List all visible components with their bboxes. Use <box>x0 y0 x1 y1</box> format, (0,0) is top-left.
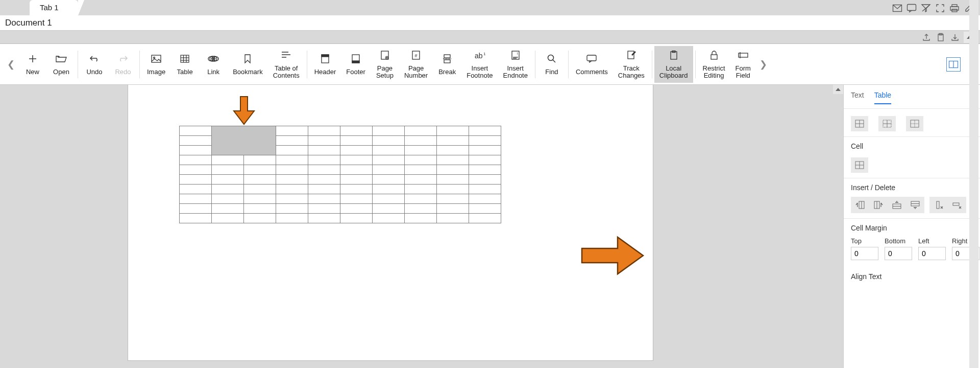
upload-icon[interactable] <box>921 32 932 43</box>
insert-row-below-icon[interactable] <box>908 199 922 211</box>
table-cell[interactable] <box>244 214 276 223</box>
table-cell[interactable] <box>340 126 373 136</box>
track-changes-button[interactable]: Track Changes <box>613 46 650 83</box>
table-cell[interactable] <box>340 185 373 194</box>
merged-selected-cell[interactable] <box>212 126 276 155</box>
delete-column-icon[interactable] <box>932 199 946 211</box>
open-button[interactable]: Open <box>47 46 76 83</box>
merge-cells-icon[interactable] <box>851 157 868 173</box>
table-cell[interactable] <box>308 146 340 155</box>
table-cell[interactable] <box>469 136 501 146</box>
table-cell[interactable] <box>308 185 340 194</box>
table-cell[interactable] <box>180 204 212 214</box>
table-cell[interactable] <box>340 146 373 155</box>
table-cell[interactable] <box>373 185 405 194</box>
table-cell[interactable] <box>180 136 212 146</box>
chat-icon[interactable] <box>905 2 918 14</box>
form-field-button[interactable]: Form Field <box>730 46 756 83</box>
table-cell[interactable] <box>437 136 469 146</box>
insert-endnote-button[interactable]: i Insert Endnote <box>498 46 533 83</box>
table-border-all-icon[interactable] <box>851 116 868 131</box>
tab-text[interactable]: Text <box>851 91 864 104</box>
table-cell[interactable] <box>373 175 405 185</box>
table-cell[interactable] <box>373 146 405 155</box>
table-cell[interactable] <box>469 165 501 175</box>
table-cell[interactable] <box>437 165 469 175</box>
redo-button[interactable]: Redo <box>109 46 137 83</box>
table-cell[interactable] <box>308 214 340 223</box>
table-cell[interactable] <box>180 126 212 136</box>
ribbon-scroll-left[interactable]: ❮ <box>3 59 18 70</box>
page-setup-button[interactable]: Page Setup <box>371 46 399 83</box>
print-icon[interactable] <box>948 2 961 14</box>
table-cell[interactable] <box>276 185 308 194</box>
mail-icon[interactable] <box>891 2 903 14</box>
document-table[interactable] <box>179 126 501 223</box>
margin-left-input[interactable] <box>918 247 946 260</box>
break-button[interactable]: Break <box>433 46 461 83</box>
table-cell[interactable] <box>276 146 308 155</box>
table-cell[interactable] <box>373 194 405 204</box>
table-cell[interactable] <box>469 194 501 204</box>
insert-column-left-icon[interactable] <box>853 199 867 211</box>
table-cell[interactable] <box>244 185 276 194</box>
vertical-scrollbar[interactable] <box>969 0 978 368</box>
table-cell[interactable] <box>180 146 212 155</box>
table-cell[interactable] <box>437 214 469 223</box>
table-cell[interactable] <box>276 136 308 146</box>
undo-button[interactable]: Undo <box>80 46 109 83</box>
table-cell[interactable] <box>405 136 437 146</box>
table-cell[interactable] <box>437 204 469 214</box>
page-number-button[interactable]: # Page Number <box>399 46 433 83</box>
comments-button[interactable]: Comments <box>571 46 613 83</box>
table-cell[interactable] <box>212 155 244 165</box>
table-cell[interactable] <box>308 136 340 146</box>
table-cell[interactable] <box>373 155 405 165</box>
table-cell[interactable] <box>212 214 244 223</box>
link-button[interactable]: Link <box>199 46 228 83</box>
content-scroll-up-button[interactable] <box>833 85 843 94</box>
table-cell[interactable] <box>308 165 340 175</box>
table-cell[interactable] <box>180 194 212 204</box>
table-cell[interactable] <box>405 146 437 155</box>
table-cell[interactable] <box>469 214 501 223</box>
table-cell[interactable] <box>405 185 437 194</box>
table-cell[interactable] <box>405 214 437 223</box>
table-cell[interactable] <box>437 126 469 136</box>
document-page[interactable] <box>128 85 653 361</box>
header-button[interactable]: Header <box>309 46 341 83</box>
table-border-inner-icon[interactable] <box>878 116 896 131</box>
footer-button[interactable]: Footer <box>341 46 371 83</box>
table-cell[interactable] <box>212 204 244 214</box>
table-cell[interactable] <box>276 165 308 175</box>
new-button[interactable]: New <box>18 46 47 83</box>
table-cell[interactable] <box>373 136 405 146</box>
table-cell[interactable] <box>405 126 437 136</box>
table-cell[interactable] <box>244 194 276 204</box>
margin-bottom-input[interactable] <box>885 247 912 260</box>
table-cell[interactable] <box>244 175 276 185</box>
delete-row-icon[interactable] <box>950 199 964 211</box>
table-cell[interactable] <box>437 175 469 185</box>
table-border-outer-icon[interactable] <box>906 116 923 131</box>
table-button[interactable]: Table <box>170 46 199 83</box>
table-cell[interactable] <box>244 155 276 165</box>
table-cell[interactable] <box>469 126 501 136</box>
table-cell[interactable] <box>373 204 405 214</box>
table-cell[interactable] <box>212 175 244 185</box>
table-cell[interactable] <box>437 194 469 204</box>
tab-document[interactable]: Tab 1 <box>30 0 78 15</box>
insert-column-right-icon[interactable] <box>871 199 886 211</box>
table-cell[interactable] <box>276 175 308 185</box>
table-cell[interactable] <box>437 146 469 155</box>
fullscreen-icon[interactable] <box>934 2 946 14</box>
table-cell[interactable] <box>437 155 469 165</box>
table-cell[interactable] <box>308 155 340 165</box>
table-cell[interactable] <box>469 185 501 194</box>
table-cell[interactable] <box>469 155 501 165</box>
table-cell[interactable] <box>340 165 373 175</box>
table-cell[interactable] <box>308 175 340 185</box>
table-cell[interactable] <box>469 146 501 155</box>
table-cell[interactable] <box>276 194 308 204</box>
paste-icon[interactable] <box>935 32 946 43</box>
